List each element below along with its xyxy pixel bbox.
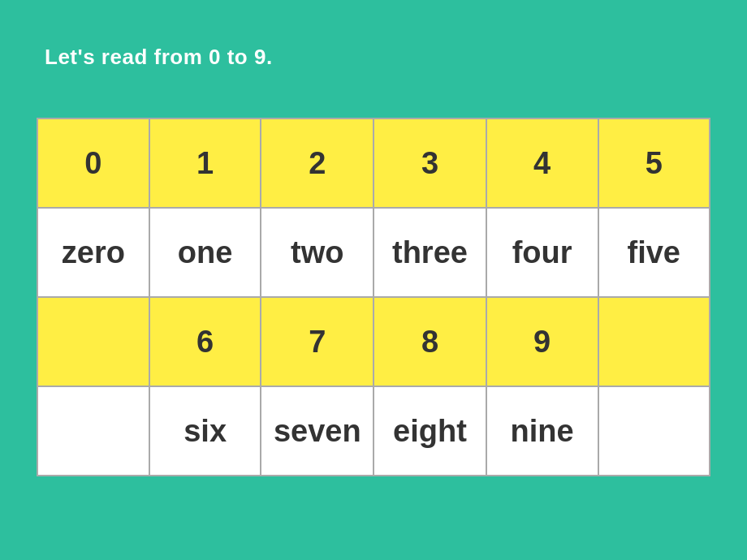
cell-r3-c3: eight bbox=[374, 386, 486, 476]
page-heading: Let's read from 0 to 9. bbox=[45, 45, 273, 70]
cell-r0-c3: 3 bbox=[374, 118, 486, 208]
number-table-wrapper: 012345zeroonetwothreefourfive6789sixseve… bbox=[37, 118, 710, 476]
cell-r1-c0: zero bbox=[37, 208, 149, 297]
cell-r2-c4: 9 bbox=[486, 297, 598, 386]
cell-r3-c0 bbox=[37, 386, 149, 476]
cell-r3-c2: seven bbox=[261, 386, 374, 476]
cell-r1-c3: three bbox=[374, 208, 486, 297]
cell-r2-c0 bbox=[37, 297, 149, 386]
cell-r3-c5 bbox=[598, 386, 710, 476]
cell-r1-c5: five bbox=[598, 208, 710, 297]
cell-r0-c4: 4 bbox=[486, 118, 598, 208]
cell-r0-c5: 5 bbox=[598, 118, 710, 208]
cell-r0-c0: 0 bbox=[37, 118, 149, 208]
cell-r2-c1: 6 bbox=[149, 297, 261, 386]
table-row: sixseveneightnine bbox=[37, 386, 710, 476]
cell-r1-c4: four bbox=[486, 208, 598, 297]
cell-r3-c4: nine bbox=[486, 386, 598, 476]
table-row: zeroonetwothreefourfive bbox=[37, 208, 710, 297]
cell-r0-c1: 1 bbox=[149, 118, 261, 208]
table-row: 6789 bbox=[37, 297, 710, 386]
cell-r1-c1: one bbox=[149, 208, 261, 297]
cell-r2-c2: 7 bbox=[261, 297, 374, 386]
cell-r2-c3: 8 bbox=[374, 297, 486, 386]
number-table: 012345zeroonetwothreefourfive6789sixseve… bbox=[37, 118, 710, 476]
cell-r1-c2: two bbox=[261, 208, 374, 297]
table-row: 012345 bbox=[37, 118, 710, 208]
cell-r3-c1: six bbox=[149, 386, 261, 476]
cell-r2-c5 bbox=[598, 297, 710, 386]
cell-r0-c2: 2 bbox=[261, 118, 374, 208]
